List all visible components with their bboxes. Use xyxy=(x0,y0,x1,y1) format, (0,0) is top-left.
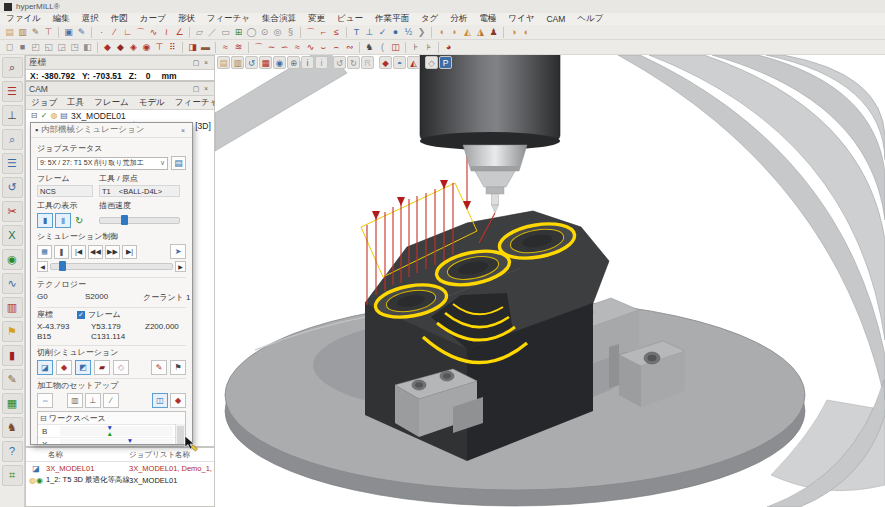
close-button[interactable]: × xyxy=(201,85,211,92)
dialog-title-bar[interactable]: ▪ 内部機械シミュレーション × xyxy=(31,123,192,138)
info2-icon[interactable]: i xyxy=(315,56,328,69)
report-icon[interactable]: ▥ xyxy=(2,297,23,318)
visibility-icon[interactable]: ◍ xyxy=(49,111,59,120)
curve-e-icon[interactable]: ∿ xyxy=(304,41,317,54)
axis-range-track[interactable]: ▼▲ xyxy=(60,426,173,436)
new-file-icon[interactable]: ▤ xyxy=(3,26,16,39)
menu-item[interactable]: タグ xyxy=(415,13,444,25)
curve-d-icon[interactable]: ≈ xyxy=(291,41,304,54)
slot-icon[interactable]: ◎ xyxy=(271,26,284,39)
setup-fixture-icon[interactable]: ⊥ xyxy=(85,393,101,408)
table-row[interactable]: ◍◉1_2: T5 3D 最適化等高線荒加工3X_MODEL01 xyxy=(26,474,214,486)
menu-item[interactable]: カーブ xyxy=(134,13,172,25)
status-icon[interactable]: ◉ xyxy=(2,249,23,270)
robot-icon[interactable]: ♞ xyxy=(2,417,23,438)
sim-list-icon[interactable]: ❚ xyxy=(54,245,69,259)
redo-all-icon[interactable]: R xyxy=(361,56,374,69)
search-icon[interactable]: ⌕ xyxy=(2,129,23,150)
menu-item[interactable]: 作業平面 xyxy=(369,13,415,25)
cut-target-icon[interactable]: ▰ xyxy=(94,360,110,375)
tools-icon[interactable]: ⊕ xyxy=(287,56,300,69)
close-button[interactable]: × xyxy=(201,59,211,66)
tool-reset-icon[interactable]: ↻ xyxy=(75,215,83,226)
sim-first-icon[interactable]: |◀ xyxy=(71,245,86,259)
check-icon[interactable]: ✓ xyxy=(39,111,49,120)
open-folder-icon[interactable]: ▥ xyxy=(231,56,244,69)
next-icon[interactable]: ❯ xyxy=(415,26,428,39)
setup-move-icon[interactable]: ⇔ xyxy=(37,393,53,408)
sphere-red-icon[interactable]: ◕ xyxy=(442,41,455,54)
excel-icon[interactable]: X xyxy=(2,225,23,246)
wireframe-box-icon[interactable]: ◻ xyxy=(3,41,16,54)
grid-icon[interactable]: ⊞ xyxy=(232,26,245,39)
flag-icon[interactable]: ⚑ xyxy=(2,321,23,342)
rectangle-icon[interactable]: ▭ xyxy=(219,26,232,39)
line-2pt-icon[interactable]: ／ xyxy=(206,26,219,39)
menu-item[interactable]: 集合演算 xyxy=(256,13,302,25)
tree-item[interactable]: ⊟✓◍▤3X_MODEL01 xyxy=(26,110,214,121)
open-icon[interactable]: ▥ xyxy=(16,26,29,39)
box-corner-icon[interactable]: ◲ xyxy=(55,41,68,54)
curve-f-icon[interactable]: ⌣ xyxy=(317,41,330,54)
menu-item[interactable]: ビュー xyxy=(331,13,369,25)
axis-range-track[interactable]: ▼▲ xyxy=(60,439,173,444)
undo-icon[interactable]: ↺ xyxy=(333,56,346,69)
cut-sim-mode-icon[interactable]: ◪ xyxy=(37,360,53,375)
stock-round-icon[interactable]: ◈ xyxy=(127,41,140,54)
progress-left-button[interactable]: ◀ xyxy=(37,261,48,272)
text-icon[interactable]: T xyxy=(350,26,363,39)
menu-item[interactable]: 電極 xyxy=(473,13,502,25)
loft-icon[interactable]: ◐ xyxy=(520,26,533,39)
menu-item[interactable]: 変更 xyxy=(302,13,331,25)
menu-item[interactable]: 編集 xyxy=(47,13,76,25)
blend-icon[interactable]: ◑ xyxy=(507,26,520,39)
refresh-icon[interactable]: ↺ xyxy=(2,177,23,198)
fillet-icon[interactable]: ⌒ xyxy=(304,26,317,39)
dialog-close-icon[interactable]: × xyxy=(178,127,188,134)
menu-item[interactable]: ワイヤ xyxy=(502,13,540,25)
info-icon[interactable]: i xyxy=(301,56,314,69)
block-icon[interactable]: ◫ xyxy=(389,41,402,54)
setup-lock-icon[interactable]: ◆ xyxy=(170,393,186,408)
cut-pen-icon[interactable]: ✎ xyxy=(151,360,167,375)
list-icon[interactable]: ☰ xyxy=(2,153,23,174)
browser-icon[interactable]: ☰ xyxy=(2,81,23,102)
stock-view-icon[interactable]: ◆ xyxy=(379,56,392,69)
box-iso-icon[interactable]: ◧ xyxy=(81,41,94,54)
progress-right-button[interactable]: ▶ xyxy=(175,261,186,272)
clip-icon[interactable]: § xyxy=(284,26,297,39)
arc-icon[interactable]: ⌒ xyxy=(134,26,147,39)
setup-folder-icon[interactable]: ▥ xyxy=(67,393,83,408)
setup-machine-icon[interactable]: ◫ xyxy=(152,393,168,408)
surface2-icon[interactable]: ◗ xyxy=(448,26,461,39)
grid-green-icon[interactable]: ▦ xyxy=(2,393,23,414)
point-icon[interactable]: ∙ xyxy=(95,26,108,39)
menu-item[interactable]: 形状 xyxy=(172,13,201,25)
horse-icon[interactable]: ♞ xyxy=(363,41,376,54)
bracket-icon[interactable]: ( xyxy=(376,41,389,54)
progress-slider[interactable] xyxy=(50,263,173,270)
compare-icon[interactable]: ≤ xyxy=(330,26,343,39)
box-edge-icon[interactable]: ◳ xyxy=(68,41,81,54)
logo-icon[interactable]: ⌗ xyxy=(2,465,23,486)
angle-line-icon[interactable]: ∠ xyxy=(173,26,186,39)
pattern-icon[interactable]: ⠿ xyxy=(166,41,179,54)
pen-icon[interactable]: ✎ xyxy=(2,369,23,390)
menu-item[interactable]: ヘルプ xyxy=(571,13,609,25)
tab-モデル[interactable]: モデル xyxy=(134,97,170,109)
curve-h-icon[interactable]: ∾ xyxy=(343,41,356,54)
polyline-icon[interactable]: ∟ xyxy=(121,26,134,39)
paste-icon[interactable]: ▣ xyxy=(62,26,75,39)
curve-g-icon[interactable]: ⌢ xyxy=(330,41,343,54)
menu-item[interactable]: 作図 xyxy=(105,13,134,25)
corner-icon[interactable]: ⌐ xyxy=(317,26,330,39)
tab-ジョブ[interactable]: ジョブ xyxy=(26,97,62,109)
surface-icon[interactable]: ◖ xyxy=(435,26,448,39)
lower-limit-marker[interactable]: ▲ xyxy=(107,431,113,437)
job-list-button[interactable]: ▤ xyxy=(171,156,186,170)
redo-icon[interactable]: ↻ xyxy=(347,56,360,69)
spline-icon[interactable]: ∿ xyxy=(147,26,160,39)
menu-item[interactable]: ファイル xyxy=(0,13,47,25)
helix-icon[interactable]: ≀ xyxy=(160,26,173,39)
sim-table-icon[interactable]: ▦ xyxy=(37,245,52,259)
